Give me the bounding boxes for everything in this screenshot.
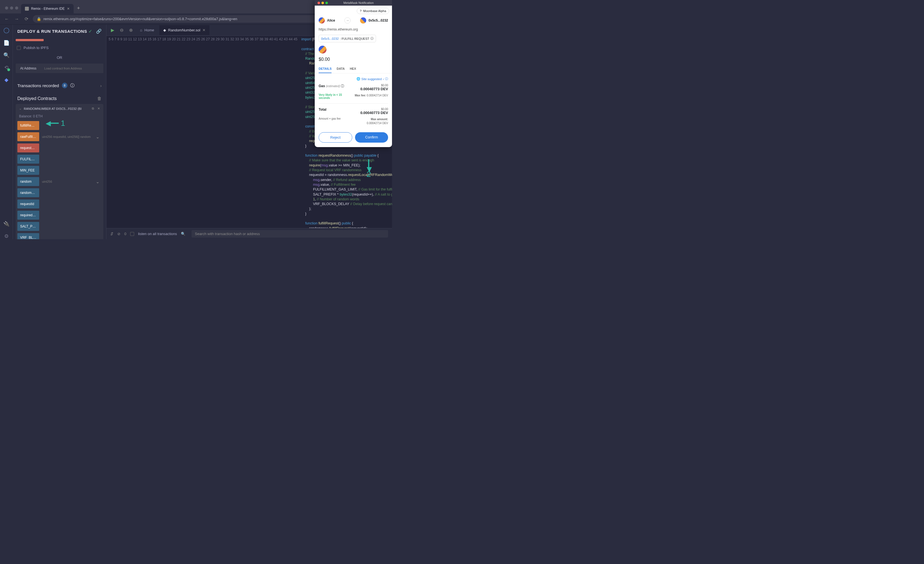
reject-button[interactable]: Reject: [319, 132, 352, 143]
fn-row: randomness: [17, 188, 102, 197]
transactions-recorded[interactable]: Transactions recorded 8 ⓘ ›: [16, 79, 104, 92]
fn-row: FULFILLMENT: [17, 155, 102, 164]
publish-ipfs-row[interactable]: Publish to IPFS: [16, 44, 104, 51]
file-explorer-icon[interactable]: 📄: [3, 40, 9, 46]
lock-icon: 🔒: [37, 17, 41, 21]
chevron-down-icon: ⌄: [19, 107, 21, 110]
terminal-bar: ⇵ ⊘ 0 listen on all transactions 🔍 Searc…: [106, 228, 392, 239]
mm-site-suggested[interactable]: 🌐 Site suggested › ⓘ: [319, 77, 388, 81]
fn-row: requiredDepos: [17, 211, 102, 220]
plugin-icon[interactable]: 🔌: [3, 221, 9, 227]
mm-tab-data[interactable]: DATA: [336, 65, 345, 73]
tab-home[interactable]: ⌂ Home: [136, 25, 158, 35]
fn-row: fulfillRequest: [17, 121, 102, 130]
fn-button-fulfillRequest[interactable]: fulfillRequest: [17, 121, 39, 130]
settings-icon[interactable]: ⚙: [3, 233, 9, 239]
chevron-right-icon: ›: [383, 77, 384, 81]
globe-icon: 🌐: [357, 77, 360, 81]
browser-tab-active[interactable]: Remix - Ethereum IDE ✕: [21, 4, 74, 14]
deploy-red-bar: [16, 39, 44, 41]
avatar-icon: [319, 17, 325, 24]
fn-row: SALT_PREFIX: [17, 222, 102, 231]
zero-badge: 0: [124, 232, 126, 236]
avatar-icon: [360, 17, 366, 24]
ban-icon[interactable]: ⊘: [117, 232, 120, 236]
contract-header[interactable]: ⌄ RANDOMNUMBER AT 0X5C5...F0232 (BI ⧉ ✕: [16, 104, 104, 113]
terminal-search-icon[interactable]: 🔍: [181, 232, 185, 236]
info-icon: ⓘ: [70, 83, 75, 88]
home-icon: ⌂: [140, 28, 142, 32]
confirm-button[interactable]: Confirm: [355, 132, 388, 143]
publish-checkbox[interactable]: [17, 46, 21, 50]
fn-button-requestRando[interactable]: requestRando: [17, 143, 39, 152]
compiler-icon[interactable]: ⟲: [3, 65, 9, 71]
listen-label: listen on all transactions: [138, 232, 177, 236]
back-button[interactable]: ←: [3, 15, 10, 23]
fn-input[interactable]: [39, 177, 93, 186]
collapse-icon[interactable]: ⇵: [110, 232, 113, 236]
fn-button-SALT_PREFIX[interactable]: SALT_PREFIX: [17, 222, 39, 231]
check-icon[interactable]: ✓: [88, 29, 92, 34]
trash-icon[interactable]: 🗑: [97, 96, 102, 101]
chevron-down-icon[interactable]: ⌄: [93, 132, 102, 141]
link-icon[interactable]: 🔗: [96, 29, 102, 34]
mm-origin: https://remix.ethereum.org: [315, 26, 392, 33]
deployed-contracts-label: Deployed Contracts: [17, 96, 57, 101]
at-address-button[interactable]: At Address: [16, 63, 41, 73]
mm-titlebar: MetaMask Notification: [315, 0, 392, 6]
mm-network-pill[interactable]: ? Moonbase Alpha: [357, 8, 389, 14]
mm-to-account[interactable]: 0x5c5...0232: [360, 17, 388, 24]
panel-title: DEPLOY & RUN TRANSACTIONS: [17, 29, 87, 34]
close-tab-icon[interactable]: ✕: [67, 7, 70, 11]
mm-tab-hex[interactable]: HEX: [350, 65, 356, 73]
deploy-icon[interactable]: ◆: [3, 77, 9, 83]
fn-button-requestId[interactable]: requestId: [17, 200, 39, 209]
mm-amount: $0.00: [315, 57, 392, 65]
metamask-popup: MetaMask Notification ? Moonbase Alpha A…: [315, 0, 392, 147]
terminal-search-input[interactable]: Search with transaction hash or address: [192, 230, 388, 238]
fn-button-MIN_FEE[interactable]: MIN_FEE: [17, 166, 39, 175]
zoom-in-icon[interactable]: ⊕: [127, 27, 135, 33]
new-tab-button[interactable]: +: [74, 3, 84, 14]
tab-title: Remix - Ethereum IDE: [31, 7, 64, 11]
reload-button[interactable]: ⟳: [24, 15, 29, 23]
question-icon: ?: [360, 9, 362, 13]
info-icon: ⓘ: [370, 36, 374, 41]
info-icon: ⓘ: [385, 77, 388, 81]
copy-icon[interactable]: ⧉: [92, 107, 94, 110]
mm-tab-details[interactable]: DETAILS: [319, 65, 332, 73]
fn-button-requiredDepos[interactable]: requiredDepos: [17, 211, 39, 220]
fn-row: random⌄: [17, 177, 102, 186]
remix-logo-icon[interactable]: [3, 27, 9, 34]
fn-button-FULFILLMENT[interactable]: FULFILLMENT: [17, 155, 39, 164]
arrow-right-icon: →: [344, 17, 351, 24]
forward-button[interactable]: →: [14, 15, 20, 23]
search-icon[interactable]: 🔍: [3, 52, 9, 58]
fn-button-randomness[interactable]: randomness: [17, 188, 39, 197]
mm-contract-pill: 0x5c5...0232 : FULFILL REQUEST ⓘ: [319, 35, 376, 42]
fn-button-rawFulfillRand[interactable]: rawFulfillRand: [17, 132, 39, 141]
chevron-right-icon: ›: [100, 83, 102, 88]
close-file-icon[interactable]: ✕: [202, 28, 206, 32]
fn-button-random[interactable]: random: [17, 177, 39, 186]
or-label: OR: [16, 51, 104, 63]
contract-instance: ⌄ RANDOMNUMBER AT 0X5C5...F0232 (BI ⧉ ✕ …: [16, 104, 104, 239]
balance-label: Balance: 0 ETH: [16, 113, 104, 121]
zoom-out-icon[interactable]: ⊖: [118, 27, 126, 33]
at-address-input[interactable]: [41, 63, 104, 73]
svg-point-0: [4, 28, 9, 33]
close-icon[interactable]: ✕: [98, 107, 100, 110]
chevron-down-icon[interactable]: ⌄: [93, 177, 102, 186]
mm-from-account[interactable]: Alice: [319, 17, 335, 24]
listen-checkbox[interactable]: [130, 232, 134, 236]
fn-input[interactable]: [39, 132, 93, 141]
tab-file[interactable]: ◆ RandomNumber.sol ✕: [159, 25, 210, 35]
run-icon[interactable]: ▶: [109, 27, 117, 33]
icon-sidebar: 📄 🔍 ⟲ ◆ 🔌 ⚙: [0, 25, 13, 239]
fn-button-VRF_BLOCKS[interactable]: VRF_BLOCKS: [17, 233, 39, 239]
fn-row: VRF_BLOCKS: [17, 233, 102, 239]
info-icon: ⓘ: [341, 84, 344, 88]
window-controls[interactable]: [2, 6, 21, 14]
favicon-icon: [25, 7, 29, 11]
solidity-icon: ◆: [163, 28, 166, 32]
